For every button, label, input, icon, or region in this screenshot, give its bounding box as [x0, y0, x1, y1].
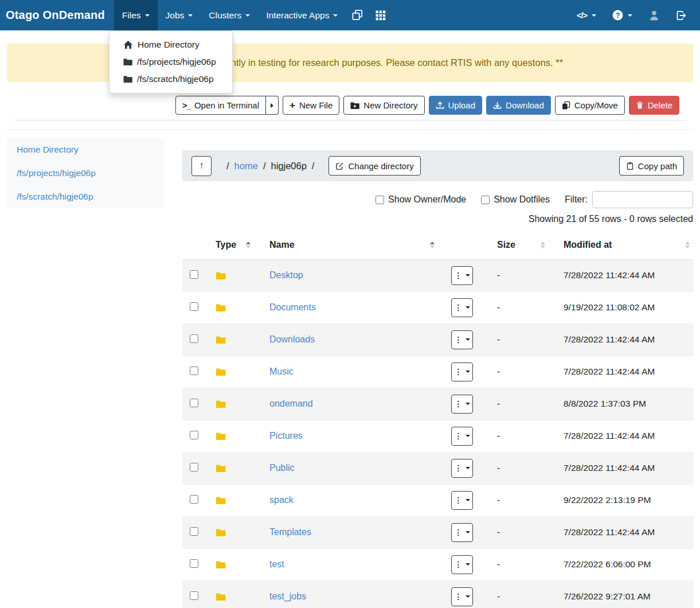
dropdown-item-home-directory[interactable]: Home Directory [110, 36, 232, 53]
nav-menu-jobs[interactable]: Jobs [158, 0, 201, 30]
row-checkbox[interactable] [190, 399, 198, 407]
sort-icon[interactable] [685, 241, 690, 248]
file-modified: 7/28/2022 11:42:44 AM [553, 259, 693, 291]
chevron-down-icon [466, 467, 470, 469]
copy-path-button[interactable]: Copy path [619, 156, 684, 176]
file-size: - [487, 356, 553, 388]
show-owner-mode-checkbox[interactable] [376, 196, 384, 204]
folder-icon [216, 496, 261, 505]
folder-plus-icon [350, 102, 359, 110]
kebab-icon: ⋮ [455, 303, 463, 311]
file-name-link[interactable]: ondemand [269, 399, 313, 408]
chevron-down-icon [245, 14, 250, 17]
file-name-link[interactable]: Templates [269, 527, 311, 537]
row-actions-button[interactable]: ⋮ [451, 298, 473, 317]
nav-menu-files[interactable]: Files [114, 0, 158, 30]
filter-input[interactable] [592, 191, 693, 208]
nav-menu-interactive-apps[interactable]: Interactive Apps [258, 0, 346, 30]
file-name-link[interactable]: Public [269, 463, 295, 473]
sidebar-item-fs-scratch[interactable]: /fs/scratch/higje06p [7, 185, 165, 208]
row-checkbox[interactable] [190, 591, 198, 600]
table-row: test ⋮ - 7/22/2022 6:06:00 PM [182, 548, 693, 580]
open-in-terminal-button[interactable]: >_ Open in Terminal [175, 96, 266, 115]
open-in-terminal-caret-button[interactable] [266, 96, 279, 115]
row-checkbox[interactable] [190, 527, 198, 536]
download-label: Download [506, 100, 544, 110]
show-dotfiles-checkbox[interactable] [481, 196, 490, 204]
upload-button[interactable]: Upload [429, 96, 483, 115]
sidebar-item-fs-projects[interactable]: /fs/projects/higje06p [7, 162, 165, 185]
kebab-icon: ⋮ [455, 528, 463, 536]
column-header-name[interactable]: Name [261, 231, 441, 259]
new-file-button[interactable]: + New File [283, 96, 339, 115]
row-checkbox[interactable] [190, 270, 198, 279]
row-actions-button[interactable]: ⋮ [451, 395, 473, 414]
row-checkbox[interactable] [190, 463, 198, 471]
column-header-modified[interactable]: Modified at [553, 231, 693, 259]
up-directory-button[interactable]: ↑ [191, 156, 212, 176]
folder-icon [216, 271, 261, 280]
dropdown-item-fs-scratch[interactable]: /fs/scratch/higje06p [110, 71, 232, 88]
download-button[interactable]: Download [486, 96, 551, 115]
show-dotfiles-toggle[interactable]: Show Dotfiles [481, 194, 550, 205]
develop-menu[interactable]: </> [569, 0, 604, 30]
row-checkbox[interactable] [190, 495, 198, 504]
chevron-down-icon [466, 435, 470, 437]
row-actions-button[interactable]: ⋮ [451, 266, 473, 285]
row-actions-button[interactable]: ⋮ [451, 523, 473, 542]
help-menu[interactable]: ? [604, 0, 640, 30]
file-name-link[interactable]: Desktop [269, 270, 303, 280]
nav-menu-files-label: Files [122, 10, 141, 21]
row-checkbox[interactable] [190, 334, 198, 343]
chevron-down-icon [466, 274, 470, 276]
row-actions-button[interactable]: ⋮ [451, 491, 473, 510]
row-actions-button[interactable]: ⋮ [451, 427, 473, 446]
row-actions-button[interactable]: ⋮ [451, 330, 473, 349]
nav-menu-clusters[interactable]: Clusters [201, 0, 258, 30]
chevron-right-icon [271, 103, 273, 108]
delete-label: Delete [648, 100, 672, 110]
file-name-link[interactable]: Music [269, 367, 294, 376]
dropdown-item-label: /fs/scratch/higje06p [137, 74, 214, 84]
breadcrumb-home-link[interactable]: home [234, 161, 258, 172]
file-name-link[interactable]: Downloads [269, 334, 315, 344]
dropdown-item-fs-projects[interactable]: /fs/projects/higje06p [110, 53, 232, 71]
file-name-link[interactable]: spack [269, 495, 294, 505]
row-actions-button[interactable]: ⋮ [451, 363, 473, 381]
sort-icon[interactable] [246, 241, 251, 248]
row-checkbox[interactable] [190, 431, 198, 439]
open-files-app-button[interactable] [346, 0, 369, 30]
sort-icon[interactable] [541, 241, 545, 248]
sort-icon[interactable] [430, 241, 435, 248]
row-checkbox[interactable] [190, 302, 198, 311]
file-name-link[interactable]: test_jobs [269, 591, 306, 601]
table-options-row: Show Owner/Mode Show Dotfiles Filter: [182, 191, 693, 208]
row-actions-button[interactable]: ⋮ [451, 555, 473, 574]
row-checkbox[interactable] [190, 367, 198, 375]
user-button[interactable] [640, 0, 668, 30]
new-directory-button[interactable]: New Directory [343, 96, 424, 115]
show-owner-mode-toggle[interactable]: Show Owner/Mode [376, 194, 466, 205]
change-directory-button[interactable]: Change directory [329, 156, 420, 176]
file-modified: 7/28/2022 11:42:44 AM [553, 324, 693, 356]
column-header-size[interactable]: Size [487, 231, 553, 259]
row-actions-button[interactable]: ⋮ [451, 459, 473, 478]
top-navbar: Otago OnDemand Files Jobs Clusters Inter… [0, 0, 700, 30]
copy-move-button[interactable]: Copy/Move [555, 96, 625, 115]
file-name-link[interactable]: test [269, 559, 284, 569]
column-header-type[interactable]: Type [211, 231, 261, 259]
logout-button[interactable] [668, 0, 694, 30]
kebab-icon: ⋮ [455, 400, 463, 408]
file-name-link[interactable]: Documents [269, 302, 316, 312]
all-apps-grid-button[interactable] [369, 0, 392, 30]
delete-button[interactable]: Delete [629, 96, 679, 115]
kebab-icon: ⋮ [455, 560, 463, 568]
chevron-down-icon [145, 14, 150, 17]
divider [14, 120, 686, 120]
sidebar-item-home-directory[interactable]: Home Directory [7, 138, 165, 161]
row-actions-button[interactable]: ⋮ [451, 587, 473, 606]
row-checkbox[interactable] [190, 559, 198, 568]
file-name-link[interactable]: Pictures [269, 431, 303, 441]
kebab-icon: ⋮ [455, 368, 463, 376]
logout-icon [676, 10, 686, 21]
